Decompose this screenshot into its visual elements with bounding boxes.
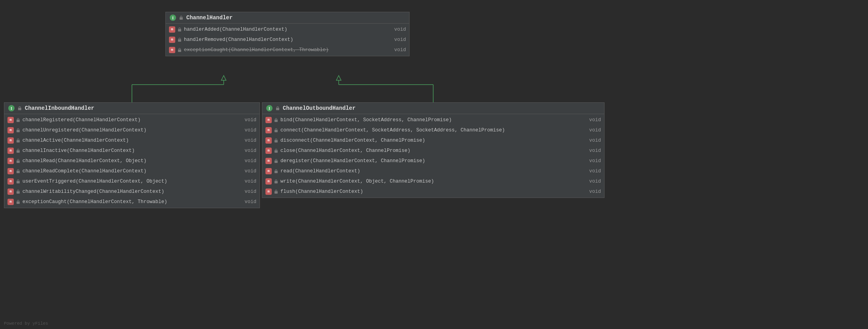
table-row[interactable]: mwrite(ChannelHandlerContext, Object, Ch… <box>262 176 604 187</box>
svg-rect-23 <box>274 120 278 122</box>
svg-rect-25 <box>274 140 278 142</box>
lock-icon <box>15 128 21 133</box>
channel-inbound-handler-title: ChannelInboundHandler <box>25 105 94 111</box>
lock-icon <box>273 148 279 153</box>
diagram-container: I ChannelHandler mhandlerAdded(ChannelHa… <box>0 0 868 329</box>
svg-rect-10 <box>178 39 181 42</box>
channel-handler-header: I ChannelHandler <box>166 12 409 24</box>
method-icon: m <box>265 189 272 195</box>
svg-rect-19 <box>17 181 20 183</box>
table-row[interactable]: mhandlerAdded(ChannelHandlerContext)void <box>166 24 409 35</box>
method-return-type: void <box>394 37 406 43</box>
method-return-type: void <box>589 179 601 184</box>
method-icon: m <box>169 37 175 43</box>
method-icon: m <box>7 127 14 133</box>
table-row[interactable]: mclose(ChannelHandlerContext, ChannelPro… <box>262 146 604 156</box>
method-return-type: void <box>245 148 256 153</box>
method-icon: m <box>7 178 14 185</box>
lock-icon <box>273 168 279 174</box>
svg-rect-20 <box>17 191 20 194</box>
lock-icon <box>273 179 279 184</box>
lock-icon <box>273 138 279 143</box>
method-name: channelUnregistered(ChannelHandlerContex… <box>22 128 235 133</box>
lock-icon <box>15 117 21 123</box>
table-row[interactable]: muserEventTriggered(ChannelHandlerContex… <box>4 176 260 187</box>
svg-rect-24 <box>274 130 278 132</box>
table-row[interactable]: mchannelInactive(ChannelHandlerContext)v… <box>4 146 260 156</box>
svg-rect-28 <box>274 171 278 173</box>
table-row[interactable]: mchannelActive(ChannelHandlerContext)voi… <box>4 135 260 146</box>
powered-by-label: Powered by yFiles <box>4 321 48 326</box>
table-row[interactable]: mchannelUnregistered(ChannelHandlerConte… <box>4 125 260 135</box>
channel-outbound-handler-box: I ChannelOutboundHandler mbind(ChannelHa… <box>262 102 605 198</box>
lock-icon <box>15 168 21 174</box>
table-row[interactable]: mderegister(ChannelHandlerContext, Chann… <box>262 156 604 166</box>
method-return-type: void <box>245 179 256 184</box>
channel-outbound-handler-header: I ChannelOutboundHandler <box>262 103 604 114</box>
table-row[interactable]: mread(ChannelHandlerContext)void <box>262 166 604 176</box>
table-row[interactable]: mchannelRead(ChannelHandlerContext, Obje… <box>4 156 260 166</box>
method-icon: m <box>7 117 14 123</box>
method-return-type: void <box>245 189 256 194</box>
table-row[interactable]: mbind(ChannelHandlerContext, SocketAddre… <box>262 115 604 125</box>
method-icon: m <box>265 127 272 133</box>
table-row[interactable]: mchannelWritabilityChanged(ChannelHandle… <box>4 187 260 197</box>
method-icon: m <box>7 199 14 205</box>
method-icon: m <box>7 189 14 195</box>
svg-rect-30 <box>274 191 278 194</box>
channel-handler-body: mhandlerAdded(ChannelHandlerContext)void… <box>166 24 409 56</box>
channel-handler-box: I ChannelHandler mhandlerAdded(ChannelHa… <box>165 12 410 56</box>
lock-icon <box>273 189 279 194</box>
method-name: channelRegistered(ChannelHandlerContext) <box>22 117 235 123</box>
method-name: close(ChannelHandlerContext, ChannelProm… <box>280 148 580 153</box>
lock-icon <box>177 27 182 32</box>
channel-outbound-handler-body: mbind(ChannelHandlerContext, SocketAddre… <box>262 114 604 198</box>
method-return-type: void <box>589 138 601 143</box>
table-row[interactable]: mflush(ChannelHandlerContext)void <box>262 187 604 197</box>
lock-icon <box>273 158 279 164</box>
method-name: channelActive(ChannelHandlerContext) <box>22 138 235 143</box>
table-row[interactable]: mchannelRegistered(ChannelHandlerContext… <box>4 115 260 125</box>
method-name: handlerRemoved(ChannelHandlerContext) <box>184 37 385 43</box>
lock-icon <box>15 199 21 205</box>
svg-rect-13 <box>17 120 20 122</box>
svg-rect-16 <box>17 150 20 153</box>
method-name: exceptionCaught(ChannelHandlerContext, T… <box>22 199 235 205</box>
lock-icon-outbound <box>275 105 280 111</box>
lock-icon <box>177 37 182 43</box>
svg-rect-14 <box>17 130 20 132</box>
method-name: flush(ChannelHandlerContext) <box>280 189 580 194</box>
method-name: read(ChannelHandlerContext) <box>280 168 580 174</box>
svg-rect-8 <box>180 17 183 20</box>
channel-outbound-handler-title: ChannelOutboundHandler <box>283 105 356 111</box>
table-row[interactable]: mchannelReadComplete(ChannelHandlerConte… <box>4 166 260 176</box>
method-return-type: void <box>245 199 256 205</box>
method-name: channelWritabilityChanged(ChannelHandler… <box>22 189 235 194</box>
method-name: bind(ChannelHandlerContext, SocketAddres… <box>280 117 580 123</box>
method-icon: m <box>169 26 175 33</box>
method-name: disconnect(ChannelHandlerContext, Channe… <box>280 138 580 143</box>
svg-rect-22 <box>276 108 279 110</box>
method-return-type: void <box>245 138 256 143</box>
method-icon: m <box>265 178 272 185</box>
method-name: handlerAdded(ChannelHandlerContext) <box>184 27 385 32</box>
method-name: deregister(ChannelHandlerContext, Channe… <box>280 158 580 164</box>
table-row[interactable]: mexceptionCaught(ChannelHandlerContext, … <box>166 45 409 55</box>
method-return-type: void <box>394 47 406 53</box>
svg-rect-26 <box>274 150 278 153</box>
svg-rect-21 <box>17 201 20 204</box>
svg-rect-17 <box>17 161 20 163</box>
table-row[interactable]: mconnect(ChannelHandlerContext, SocketAd… <box>262 125 604 135</box>
table-row[interactable]: mdisconnect(ChannelHandlerContext, Chann… <box>262 135 604 146</box>
lock-icon <box>178 15 184 20</box>
table-row[interactable]: mhandlerRemoved(ChannelHandlerContext)vo… <box>166 35 409 45</box>
lock-icon <box>15 189 21 194</box>
method-return-type: void <box>245 128 256 133</box>
method-name: exceptionCaught(ChannelHandlerContext, T… <box>184 47 385 53</box>
lock-icon <box>177 47 182 53</box>
method-name: write(ChannelHandlerContext, Object, Cha… <box>280 179 580 184</box>
method-return-type: void <box>589 117 601 123</box>
table-row[interactable]: mexceptionCaught(ChannelHandlerContext, … <box>4 197 260 207</box>
method-name: channelRead(ChannelHandlerContext, Objec… <box>22 158 235 164</box>
svg-marker-3 <box>221 76 226 80</box>
